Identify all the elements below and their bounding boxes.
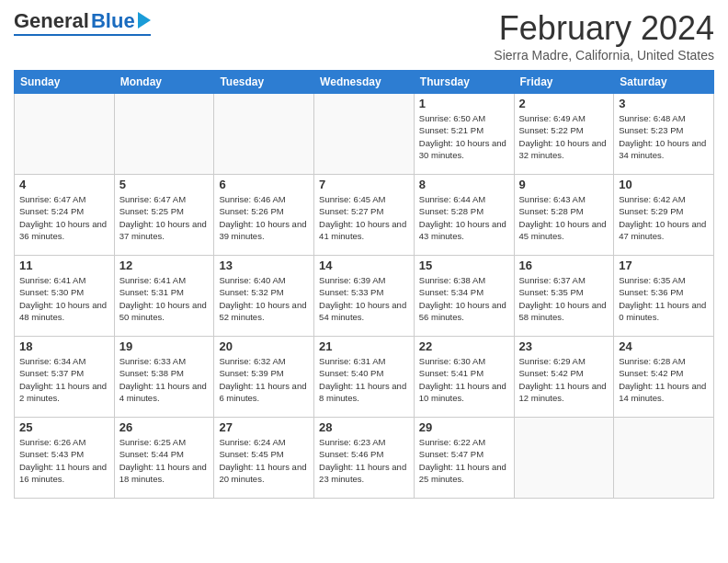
day-number: 5 xyxy=(119,178,210,191)
day-header-monday: Monday xyxy=(114,71,214,94)
day-header-saturday: Saturday xyxy=(614,71,714,94)
day-number: 6 xyxy=(219,178,309,191)
day-cell: 22Sunrise: 6:30 AM Sunset: 5:41 PM Dayli… xyxy=(414,337,514,418)
day-cell: 27Sunrise: 6:24 AM Sunset: 5:45 PM Dayli… xyxy=(214,418,314,499)
day-number: 23 xyxy=(519,339,609,353)
day-number: 7 xyxy=(319,178,409,191)
day-number: 8 xyxy=(419,178,509,191)
day-info: Sunrise: 6:22 AM Sunset: 5:47 PM Dayligh… xyxy=(419,436,509,485)
day-number: 24 xyxy=(619,339,709,353)
day-info: Sunrise: 6:50 AM Sunset: 5:21 PM Dayligh… xyxy=(419,112,509,161)
day-cell: 1Sunrise: 6:50 AM Sunset: 5:21 PM Daylig… xyxy=(414,94,514,175)
day-cell xyxy=(314,94,415,175)
day-cell: 17Sunrise: 6:35 AM Sunset: 5:36 PM Dayli… xyxy=(614,256,714,337)
day-cell: 26Sunrise: 6:25 AM Sunset: 5:44 PM Dayli… xyxy=(114,418,214,499)
day-cell: 29Sunrise: 6:22 AM Sunset: 5:47 PM Dayli… xyxy=(414,418,514,499)
day-number: 1 xyxy=(419,97,509,110)
day-info: Sunrise: 6:37 AM Sunset: 5:35 PM Dayligh… xyxy=(519,274,609,323)
day-cell xyxy=(114,94,214,175)
day-cell: 12Sunrise: 6:41 AM Sunset: 5:31 PM Dayli… xyxy=(114,256,214,337)
day-info: Sunrise: 6:26 AM Sunset: 5:43 PM Dayligh… xyxy=(19,436,109,485)
day-info: Sunrise: 6:29 AM Sunset: 5:42 PM Dayligh… xyxy=(519,355,609,404)
day-number: 2 xyxy=(519,97,609,110)
day-cell: 3Sunrise: 6:48 AM Sunset: 5:23 PM Daylig… xyxy=(614,94,714,175)
day-info: Sunrise: 6:39 AM Sunset: 5:33 PM Dayligh… xyxy=(319,274,409,323)
week-row-5: 25Sunrise: 6:26 AM Sunset: 5:43 PM Dayli… xyxy=(15,418,714,499)
day-info: Sunrise: 6:48 AM Sunset: 5:23 PM Dayligh… xyxy=(619,112,709,161)
day-number: 26 xyxy=(119,420,210,434)
week-row-4: 18Sunrise: 6:34 AM Sunset: 5:37 PM Dayli… xyxy=(15,337,714,418)
day-info: Sunrise: 6:24 AM Sunset: 5:45 PM Dayligh… xyxy=(219,436,309,485)
day-cell: 16Sunrise: 6:37 AM Sunset: 5:35 PM Dayli… xyxy=(514,256,614,337)
day-number: 12 xyxy=(119,259,210,272)
day-cell: 14Sunrise: 6:39 AM Sunset: 5:33 PM Dayli… xyxy=(314,256,415,337)
logo-blue: Blue xyxy=(91,11,135,31)
day-cell: 5Sunrise: 6:47 AM Sunset: 5:25 PM Daylig… xyxy=(114,175,214,256)
day-info: Sunrise: 6:40 AM Sunset: 5:32 PM Dayligh… xyxy=(219,274,309,323)
day-info: Sunrise: 6:47 AM Sunset: 5:24 PM Dayligh… xyxy=(19,193,109,242)
day-cell: 19Sunrise: 6:33 AM Sunset: 5:38 PM Dayli… xyxy=(114,337,214,418)
day-info: Sunrise: 6:44 AM Sunset: 5:28 PM Dayligh… xyxy=(419,193,509,242)
day-number: 22 xyxy=(419,339,509,353)
day-cell xyxy=(214,94,314,175)
day-cell: 10Sunrise: 6:42 AM Sunset: 5:29 PM Dayli… xyxy=(614,175,714,256)
day-header-tuesday: Tuesday xyxy=(214,71,314,94)
week-row-3: 11Sunrise: 6:41 AM Sunset: 5:30 PM Dayli… xyxy=(15,256,714,337)
logo: General Blue xyxy=(14,9,151,36)
day-number: 9 xyxy=(519,178,609,191)
header: General Blue February 2024 Sierra Madre,… xyxy=(14,9,714,63)
day-number: 29 xyxy=(419,420,509,434)
logo-general: General xyxy=(14,9,89,33)
day-cell xyxy=(15,94,115,175)
day-info: Sunrise: 6:49 AM Sunset: 5:22 PM Dayligh… xyxy=(519,112,609,161)
day-header-thursday: Thursday xyxy=(414,71,514,94)
day-number: 25 xyxy=(19,420,109,434)
day-cell: 11Sunrise: 6:41 AM Sunset: 5:30 PM Dayli… xyxy=(15,256,115,337)
day-info: Sunrise: 6:41 AM Sunset: 5:31 PM Dayligh… xyxy=(119,274,210,323)
day-cell: 24Sunrise: 6:28 AM Sunset: 5:42 PM Dayli… xyxy=(614,337,714,418)
day-header-friday: Friday xyxy=(514,71,614,94)
day-header-wednesday: Wednesday xyxy=(314,71,415,94)
day-info: Sunrise: 6:45 AM Sunset: 5:27 PM Dayligh… xyxy=(319,193,409,242)
day-info: Sunrise: 6:42 AM Sunset: 5:29 PM Dayligh… xyxy=(619,193,709,242)
day-number: 20 xyxy=(219,339,309,353)
day-number: 18 xyxy=(19,339,109,353)
day-cell: 13Sunrise: 6:40 AM Sunset: 5:32 PM Dayli… xyxy=(214,256,314,337)
logo-arrow-icon xyxy=(138,12,151,29)
day-number: 14 xyxy=(319,259,409,272)
day-cell: 21Sunrise: 6:31 AM Sunset: 5:40 PM Dayli… xyxy=(314,337,415,418)
day-info: Sunrise: 6:34 AM Sunset: 5:37 PM Dayligh… xyxy=(19,355,109,404)
day-info: Sunrise: 6:38 AM Sunset: 5:34 PM Dayligh… xyxy=(419,274,509,323)
calendar-table: SundayMondayTuesdayWednesdayThursdayFrid… xyxy=(14,70,714,499)
day-cell: 2Sunrise: 6:49 AM Sunset: 5:22 PM Daylig… xyxy=(514,94,614,175)
day-number: 27 xyxy=(219,420,309,434)
day-cell: 9Sunrise: 6:43 AM Sunset: 5:28 PM Daylig… xyxy=(514,175,614,256)
day-number: 17 xyxy=(619,259,709,272)
day-number: 15 xyxy=(419,259,509,272)
logo-divider xyxy=(14,34,151,36)
day-cell xyxy=(514,418,614,499)
day-info: Sunrise: 6:43 AM Sunset: 5:28 PM Dayligh… xyxy=(519,193,609,242)
day-info: Sunrise: 6:47 AM Sunset: 5:25 PM Dayligh… xyxy=(119,193,210,242)
day-info: Sunrise: 6:35 AM Sunset: 5:36 PM Dayligh… xyxy=(619,274,709,323)
title-section: February 2024 Sierra Madre, California, … xyxy=(494,9,714,63)
day-cell: 4Sunrise: 6:47 AM Sunset: 5:24 PM Daylig… xyxy=(15,175,115,256)
day-cell: 8Sunrise: 6:44 AM Sunset: 5:28 PM Daylig… xyxy=(414,175,514,256)
day-info: Sunrise: 6:30 AM Sunset: 5:41 PM Dayligh… xyxy=(419,355,509,404)
day-number: 3 xyxy=(619,97,709,110)
calendar-container: General Blue February 2024 Sierra Madre,… xyxy=(0,0,728,508)
day-info: Sunrise: 6:25 AM Sunset: 5:44 PM Dayligh… xyxy=(119,436,210,485)
day-info: Sunrise: 6:23 AM Sunset: 5:46 PM Dayligh… xyxy=(319,436,409,485)
day-number: 4 xyxy=(19,178,109,191)
day-number: 19 xyxy=(119,339,210,353)
day-number: 28 xyxy=(319,420,409,434)
day-number: 11 xyxy=(19,259,109,272)
day-cell: 6Sunrise: 6:46 AM Sunset: 5:26 PM Daylig… xyxy=(214,175,314,256)
day-cell: 25Sunrise: 6:26 AM Sunset: 5:43 PM Dayli… xyxy=(15,418,115,499)
day-cell: 18Sunrise: 6:34 AM Sunset: 5:37 PM Dayli… xyxy=(15,337,115,418)
day-header-sunday: Sunday xyxy=(15,71,115,94)
day-info: Sunrise: 6:46 AM Sunset: 5:26 PM Dayligh… xyxy=(219,193,309,242)
week-row-2: 4Sunrise: 6:47 AM Sunset: 5:24 PM Daylig… xyxy=(15,175,714,256)
day-cell: 28Sunrise: 6:23 AM Sunset: 5:46 PM Dayli… xyxy=(314,418,415,499)
day-cell xyxy=(614,418,714,499)
